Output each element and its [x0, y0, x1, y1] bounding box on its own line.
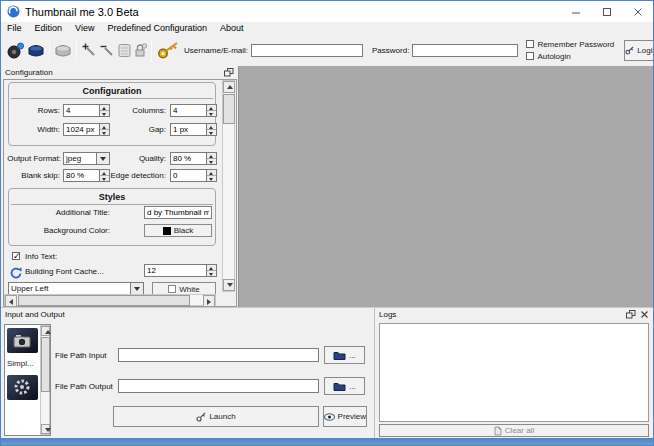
launch-label: Launch [209, 412, 235, 421]
blank-skip-input[interactable] [63, 169, 99, 182]
archive-box-icon[interactable] [118, 40, 131, 60]
zoom-out-icon[interactable] [99, 40, 115, 60]
minimize-icon[interactable] [560, 1, 591, 22]
login-options: Remember Password Autologin [526, 40, 614, 61]
preview-button[interactable]: Preview [323, 406, 367, 427]
key-icon [156, 40, 180, 60]
white-label: White [179, 285, 199, 294]
password-input[interactable] [412, 44, 518, 57]
list-item-label[interactable]: Simpl... [7, 359, 40, 368]
width-input[interactable] [63, 123, 99, 136]
toolbar-separator [151, 38, 152, 62]
menu-view[interactable]: View [75, 23, 94, 33]
config-vertical-scrollbar[interactable] [222, 80, 235, 292]
io-panel-header: Input and Output [1, 308, 373, 321]
quality-spin-down[interactable] [207, 159, 216, 164]
rows-spinbox [63, 104, 110, 117]
file-path-input-label: File Path Input [55, 351, 107, 360]
output-format-label: Output Format: [4, 154, 61, 163]
scroll-up-icon[interactable] [41, 326, 50, 336]
app-icon [7, 5, 20, 18]
username-input[interactable] [251, 44, 363, 57]
close-panel-icon[interactable] [640, 310, 649, 319]
scrollbar-thumb[interactable] [18, 295, 190, 306]
scroll-down-icon[interactable] [41, 424, 50, 434]
lock-icon[interactable] [134, 40, 147, 60]
config-scroll-area: Configuration Rows: Columns: Width: Gap: [3, 79, 237, 307]
config-horizontal-scrollbar[interactable] [4, 294, 216, 306]
file-path-output-field[interactable] [118, 379, 319, 393]
logs-panel: Logs Clear all [374, 307, 653, 438]
menu-predefined-configuration[interactable]: Predefined Configuration [107, 23, 207, 33]
scrollbar-thumb[interactable] [223, 94, 235, 124]
zoom-in-icon[interactable] [81, 40, 97, 60]
clear-all-button[interactable]: Clear all [379, 424, 649, 437]
logs-panel-header: Logs [375, 308, 653, 321]
mode-list[interactable]: Simpl... [4, 324, 51, 436]
browse-dots: ... [349, 351, 356, 360]
browse-dots: ... [349, 382, 356, 391]
app-window: Thumbnail me 3.0 Beta File Edition View … [0, 0, 654, 446]
browse-output-button[interactable]: ... [324, 377, 365, 395]
scrollbar-thumb[interactable] [41, 337, 50, 392]
remember-password-checkbox[interactable] [526, 40, 534, 48]
quality-input[interactable] [170, 152, 206, 165]
configuration-group-title: Configuration [11, 83, 213, 99]
scroll-left-icon[interactable] [5, 295, 17, 307]
columns-spin-down[interactable] [207, 111, 216, 116]
background-color-button[interactable]: Black [144, 224, 212, 237]
columns-label: Columns: [112, 106, 166, 115]
additional-title-input[interactable] [144, 206, 212, 219]
gap-input[interactable] [170, 123, 206, 136]
menu-about[interactable]: About [220, 23, 244, 33]
config-panel-title: Configuration [5, 68, 53, 77]
mode-list-scrollbar[interactable] [40, 325, 50, 435]
gear-thumbnail[interactable] [7, 375, 38, 400]
file-path-input-field[interactable] [118, 348, 319, 362]
autologin-label: Autologin [537, 52, 570, 61]
login-button[interactable]: Login [624, 40, 654, 61]
logs-output[interactable] [379, 323, 649, 422]
font-size-input[interactable] [144, 264, 206, 277]
columns-input[interactable] [170, 104, 206, 117]
blank-skip-label: Blank skip: [6, 171, 60, 180]
scroll-up-icon[interactable] [223, 81, 235, 93]
close-icon[interactable] [622, 1, 653, 22]
launch-key-icon [196, 412, 206, 422]
edge-detection-spin-down[interactable] [207, 176, 216, 181]
maximize-icon[interactable] [591, 1, 622, 22]
open-video-icon[interactable] [27, 40, 45, 60]
folder-icon [333, 381, 346, 391]
scroll-down-icon[interactable] [223, 279, 235, 291]
rows-spin-down[interactable] [100, 111, 109, 116]
file-path-output-label: File Path Output [55, 382, 113, 391]
record-disc-icon[interactable] [6, 40, 25, 60]
output-format-dropdown-icon[interactable] [96, 153, 109, 164]
output-format-value: jpeg [64, 153, 96, 164]
menu-edition[interactable]: Edition [35, 23, 63, 33]
width-spin-down[interactable] [100, 130, 109, 135]
eject-disc-icon[interactable] [54, 40, 72, 60]
menu-file[interactable]: File [7, 23, 22, 33]
rows-label: Rows: [6, 106, 60, 115]
login-key-icon [625, 46, 634, 55]
output-format-combobox[interactable]: jpeg [63, 152, 110, 165]
float-panel-icon[interactable] [626, 310, 636, 319]
info-text-checkbox[interactable] [12, 252, 20, 260]
rows-input[interactable] [63, 104, 99, 117]
background-color-label: Background Color: [6, 226, 110, 235]
styles-group-title: Styles [11, 189, 213, 205]
launch-button[interactable]: Launch [113, 406, 319, 427]
gap-label: Gap: [112, 125, 166, 134]
edge-detection-input[interactable] [170, 169, 206, 182]
gap-spin-down[interactable] [207, 130, 216, 135]
toolbar: Username/E-mail: Password: Remember Pass… [1, 34, 653, 67]
background-color-value: Black [174, 226, 194, 235]
browse-input-button[interactable]: ... [324, 346, 365, 364]
autologin-checkbox[interactable] [526, 52, 534, 60]
float-panel-icon[interactable] [224, 68, 234, 77]
gap-spinbox [170, 123, 217, 136]
font-size-spin-down[interactable] [207, 271, 216, 276]
video-thumbnail[interactable] [7, 328, 38, 353]
scroll-right-icon[interactable] [203, 295, 215, 307]
